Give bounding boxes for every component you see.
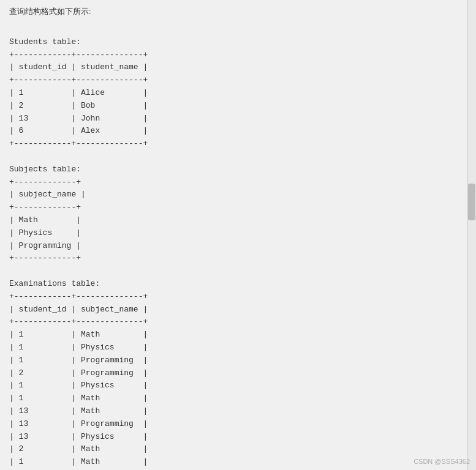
examinations-table: +------------+--------------+ | student_… (9, 292, 148, 470)
subjects-table: +-------------+ | subject_name | +------… (9, 177, 86, 263)
examinations-label: Examinations table: (9, 279, 100, 288)
scrollbar-thumb[interactable] (468, 184, 475, 220)
scrollbar-area[interactable] (467, 0, 476, 470)
students-table: +------------+--------------+ | student_… (9, 50, 148, 149)
watermark: CSDN @SSS4362 (414, 458, 470, 465)
code-content: Students table: +------------+----------… (9, 23, 467, 470)
header-text: 查询结构格式如下所示: (9, 6, 467, 17)
students-label: Students table: (9, 37, 81, 47)
subjects-label: Subjects table: (9, 165, 81, 174)
